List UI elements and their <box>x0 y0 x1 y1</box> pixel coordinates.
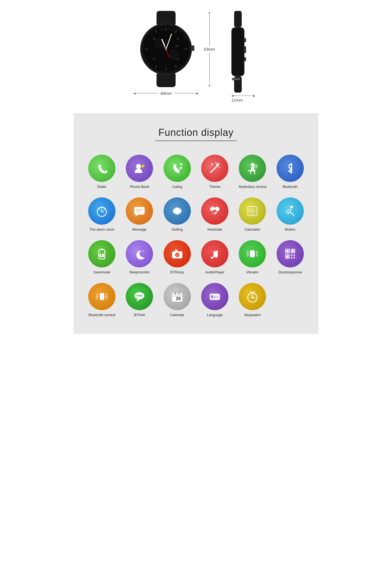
icon-circle-btremind <box>88 283 115 310</box>
icon-item-btremind: Bluetooth remind <box>84 283 119 317</box>
icon-label-calendar: Calendar <box>170 313 184 317</box>
svg-rect-39 <box>232 28 244 76</box>
svg-rect-38 <box>244 57 246 61</box>
svg-line-87 <box>247 251 248 252</box>
icons-grid: DialerPhone BookCallogTheme⏱Sedentary re… <box>84 155 308 317</box>
svg-rect-78 <box>100 249 103 250</box>
icon-label-alarmclock: The alarm clock <box>89 227 114 232</box>
icon-item-calendar: 26Calendar <box>160 283 195 317</box>
svg-text:×: × <box>249 212 251 215</box>
icon-circle-btrmcp <box>164 240 191 267</box>
svg-marker-65 <box>135 215 139 217</box>
svg-point-112 <box>137 295 138 297</box>
icon-circle-callog <box>164 155 191 182</box>
icon-label-motion: Motion <box>285 227 295 232</box>
svg-line-109 <box>106 298 107 299</box>
icon-label-language: Language <box>207 313 223 317</box>
icon-item-message: Message <box>122 197 157 232</box>
dimensions-section: 28 ▲ 53mm ▼ <box>74 0 318 113</box>
svg-rect-94 <box>286 250 289 252</box>
function-title: Function display <box>84 127 308 138</box>
svg-line-130 <box>254 291 255 292</box>
svg-point-25 <box>170 51 177 58</box>
side-watch-svg <box>226 11 259 93</box>
icon-circle-audioplayer <box>201 240 228 267</box>
icon-circle-sleepmonitor: ᶻᶻ <box>126 240 153 267</box>
svg-rect-86 <box>250 250 255 257</box>
icon-label-callog: Callog <box>172 185 182 189</box>
svg-rect-32 <box>191 45 194 51</box>
svg-line-55 <box>250 171 251 174</box>
icon-circle-quickresponse <box>277 240 304 267</box>
svg-point-131 <box>252 297 253 298</box>
icon-circle-dialer <box>88 155 115 182</box>
icon-circle-vibrator <box>239 240 266 267</box>
icon-label-audioplayer: AudioPlayer <box>205 270 224 275</box>
depth-dimension: ◀ ▶ <box>231 94 255 97</box>
svg-point-113 <box>139 295 140 297</box>
icon-item-setting: Setting <box>160 197 195 232</box>
icon-circle-bluetooth <box>277 155 304 182</box>
icon-label-sedentary: Sedentary remind <box>238 185 267 189</box>
svg-rect-63 <box>100 207 103 208</box>
icon-item-stopwatch: Stopwatch <box>235 283 270 317</box>
svg-point-42 <box>136 164 141 169</box>
svg-rect-99 <box>291 255 292 256</box>
svg-rect-84 <box>175 250 177 251</box>
height-label: 53mm <box>204 46 215 53</box>
icon-circle-alarmclock <box>88 197 115 225</box>
svg-rect-116 <box>172 293 182 296</box>
icon-circle-stopwatch <box>239 283 266 310</box>
icon-item-calculator: +-×=Calculator <box>235 197 270 232</box>
icon-label-sleepmonitor: Sleepmonitor <box>129 270 150 275</box>
svg-point-48 <box>211 163 213 165</box>
svg-rect-102 <box>293 257 295 258</box>
icon-circle-setting <box>164 197 191 225</box>
svg-rect-98 <box>286 255 289 258</box>
svg-marker-111 <box>136 299 140 302</box>
svg-text:26: 26 <box>176 296 181 301</box>
icon-item-vibrator: Vibrator <box>235 240 270 275</box>
svg-text:⏱: ⏱ <box>254 164 258 169</box>
icon-label-bluetooth: Bluetooth <box>283 185 298 189</box>
icon-circle-language: BAC <box>201 283 228 310</box>
svg-rect-64 <box>134 207 145 215</box>
svg-text:B: B <box>211 295 213 299</box>
icon-circle-calculator: +-×= <box>239 197 266 225</box>
svg-rect-101 <box>291 257 292 258</box>
svg-line-90 <box>256 251 258 252</box>
icon-label-btnoti: BTNoti <box>134 313 145 317</box>
function-section: Function display DialerPhone BookCallogT… <box>74 113 318 334</box>
icon-label-savemode: Savemode <box>93 270 110 275</box>
icon-circle-calendar: 26 <box>164 283 191 310</box>
svg-point-31 <box>165 48 167 50</box>
svg-point-76 <box>290 206 293 208</box>
icon-label-message: Message <box>132 227 147 232</box>
icon-label-btremind: Bluetooth remind <box>88 313 115 317</box>
svg-text:28: 28 <box>176 45 178 47</box>
height-dimension: ▲ 53mm ▼ <box>204 11 215 87</box>
svg-rect-40 <box>232 78 240 80</box>
svg-line-46 <box>211 166 218 172</box>
svg-point-51 <box>215 162 216 163</box>
depth-label: 11mm <box>231 98 243 102</box>
icon-item-sleepmonitor: ᶻᶻSleepmonitor <box>122 240 157 275</box>
icon-item-motion: Motion <box>273 197 308 232</box>
svg-rect-128 <box>251 292 254 293</box>
svg-text:A: A <box>214 295 216 299</box>
svg-line-129 <box>250 291 251 292</box>
icon-item-audioplayer: AudioPlayer <box>197 240 232 275</box>
svg-point-50 <box>219 167 220 168</box>
svg-rect-103 <box>100 293 104 300</box>
icon-label-phonebook: Phone Book <box>130 185 149 189</box>
icon-item-phonebook: Phone Book <box>122 155 157 189</box>
icon-label-heartrate: Heartrate <box>207 227 222 232</box>
svg-text:+: + <box>249 207 251 211</box>
svg-marker-43 <box>141 164 145 168</box>
icon-item-theme: Theme <box>197 155 232 189</box>
title-underline <box>155 141 237 141</box>
svg-rect-41 <box>233 80 234 81</box>
front-watch-container: 28 ▲ 53mm ▼ <box>133 11 199 102</box>
svg-line-106 <box>97 298 98 299</box>
svg-rect-100 <box>293 255 295 256</box>
